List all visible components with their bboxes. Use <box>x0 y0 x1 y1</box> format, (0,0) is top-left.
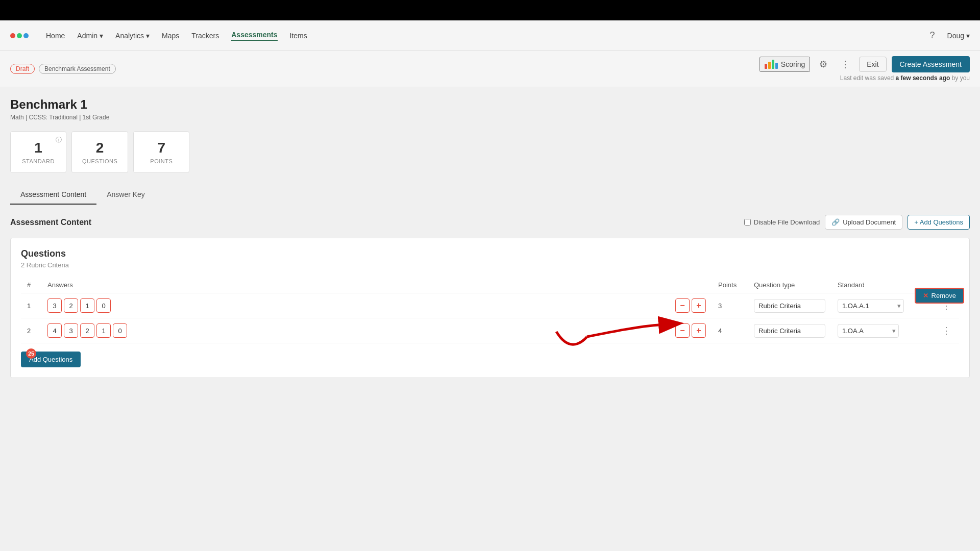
remove-label: Remove <box>932 292 956 299</box>
questions-table: # Answers Points Question type Standard … <box>21 277 959 343</box>
scoring-label: Scoring <box>781 60 805 68</box>
table-row: 2 4 3 2 1 0 − + <box>21 318 959 343</box>
bar-green <box>772 60 774 69</box>
stat-points-label: POINTS <box>144 158 179 164</box>
answer-box-2b[interactable]: 2 <box>80 323 94 338</box>
answer-box-2[interactable]: 2 <box>64 298 78 313</box>
nav-items[interactable]: Items <box>290 32 307 40</box>
stat-questions-label: QUESTIONS <box>82 158 117 164</box>
row1-plus-button[interactable]: + <box>692 298 706 313</box>
add-questions-top-button[interactable]: + Add Questions <box>908 215 970 230</box>
top-bar <box>0 0 980 20</box>
user-name: Doug <box>947 32 964 40</box>
help-button[interactable]: ? <box>926 28 939 43</box>
col-header-answers: Answers <box>41 277 665 293</box>
row2-standard-select[interactable]: 1.OA.A <box>838 324 899 338</box>
nav-analytics[interactable]: Analytics ▾ <box>115 32 150 40</box>
nav-assessments[interactable]: Assessments <box>231 31 277 41</box>
stat-standard-label: STANDARD <box>21 158 56 164</box>
stat-standard: ⓘ 1 STANDARD <box>10 131 66 173</box>
row1-standard-select[interactable]: 1.OA.A.1 <box>838 299 904 313</box>
user-chevron-icon: ▾ <box>966 32 970 40</box>
nav-maps[interactable]: Maps <box>162 32 179 40</box>
more-options-button[interactable]: ⋮ <box>837 57 854 72</box>
stat-standard-number: 1 <box>21 140 56 156</box>
app-logo[interactable] <box>10 33 29 38</box>
tab-answer-key[interactable]: Answer Key <box>96 185 155 205</box>
main-nav: Home Admin ▾ Analytics ▾ Maps Trackers A… <box>0 20 980 51</box>
toolbar-right: Scoring ⚙ ⋮ Exit Create Assessment Last … <box>760 56 970 82</box>
table-row: 1 3 2 1 0 − + <box>21 293 959 318</box>
row2-answers: 4 3 2 1 0 <box>41 318 665 343</box>
row1-standard-wrapper: 1.OA.A.1 ▾ <box>838 299 904 313</box>
col-header-number: # <box>21 277 41 293</box>
row2-minus-button[interactable]: − <box>675 323 690 338</box>
row1-minus-button[interactable]: − <box>675 298 690 313</box>
row2-plus-button[interactable]: + <box>692 323 706 338</box>
row1-question-type: Rubric Criteria <box>748 293 831 318</box>
exit-button[interactable]: Exit <box>859 57 886 72</box>
row1-answer-boxes: 3 2 1 0 <box>47 298 659 313</box>
row2-question-type-select[interactable]: Rubric Criteria <box>754 324 825 338</box>
row2-points: 4 <box>712 318 748 343</box>
create-assessment-button[interactable]: Create Assessment <box>892 56 970 72</box>
remove-x-icon: ✕ <box>923 292 928 299</box>
row2-more-button[interactable]: ⋮ <box>940 324 953 337</box>
col-header-question-type: Question type <box>748 277 831 293</box>
answer-box-0b[interactable]: 0 <box>113 323 127 338</box>
questions-panel: Questions 2 Rubric Criteria # Answers Po… <box>10 238 970 378</box>
info-icon[interactable]: ⓘ <box>56 136 62 144</box>
user-menu[interactable]: Doug ▾ <box>947 32 970 40</box>
row2-question-type: Rubric Criteria <box>748 318 831 343</box>
stat-points: 7 POINTS <box>133 131 189 173</box>
draft-badge[interactable]: Draft <box>10 64 35 74</box>
row2-number: 2 <box>21 318 41 343</box>
col-header-points: Points <box>712 277 748 293</box>
nav-right: ? Doug ▾ <box>926 28 970 43</box>
nav-home[interactable]: Home <box>46 32 65 40</box>
answer-box-0[interactable]: 0 <box>96 298 111 313</box>
content-tabs: Assessment Content Answer Key <box>10 185 970 205</box>
section-title: Assessment Content <box>10 218 91 227</box>
upload-document-button[interactable]: 🔗 Upload Document <box>825 215 902 230</box>
row1-question-type-select[interactable]: Rubric Criteria <box>754 299 825 313</box>
bar-orange <box>768 62 771 69</box>
answer-box-3[interactable]: 3 <box>47 298 62 313</box>
tab-assessment-content[interactable]: Assessment Content <box>10 185 96 205</box>
row1-points: 3 <box>712 293 748 318</box>
notification-badge: 25 <box>26 348 36 359</box>
toolbar-left: Draft Benchmark Assessment <box>10 64 116 74</box>
nav-admin[interactable]: Admin ▾ <box>77 32 103 40</box>
stats-row: ⓘ 1 STANDARD 2 QUESTIONS 7 POINTS <box>10 131 970 173</box>
assessment-header: Benchmark 1 Math | CCSS: Traditional | 1… <box>10 97 970 121</box>
settings-button[interactable]: ⚙ <box>815 57 831 72</box>
stat-points-number: 7 <box>144 140 179 156</box>
row1-number: 1 <box>21 293 41 318</box>
stat-questions: 2 QUESTIONS <box>71 131 128 173</box>
answer-box-4[interactable]: 4 <box>47 323 62 338</box>
remove-button[interactable]: ✕ Remove <box>915 288 964 304</box>
row1-controls: − + <box>665 293 712 318</box>
logo-dot-blue <box>23 33 29 38</box>
row2-controls: − + <box>665 318 712 343</box>
answer-box-1[interactable]: 1 <box>80 298 94 313</box>
disable-file-download-checkbox[interactable] <box>744 219 751 226</box>
answer-box-1b[interactable]: 1 <box>96 323 111 338</box>
disable-file-download-label[interactable]: Disable File Download <box>744 218 820 226</box>
row1-answers: 3 2 1 0 <box>41 293 665 318</box>
remove-annotation: ✕ Remove <box>915 288 964 304</box>
questions-panel-title: Questions <box>21 248 959 259</box>
benchmark-badge[interactable]: Benchmark Assessment <box>39 64 116 74</box>
bar-red <box>765 64 767 69</box>
rubric-criteria-subtitle: 2 Rubric Criteria <box>21 261 959 269</box>
row2-standard-wrapper: 1.OA.A ▾ <box>838 324 899 338</box>
scoring-button[interactable]: Scoring <box>760 57 810 72</box>
answer-box-3b[interactable]: 3 <box>64 323 78 338</box>
section-actions: Disable File Download 🔗 Upload Document … <box>744 215 970 230</box>
logo-dot-green <box>17 33 22 38</box>
section-header: Assessment Content Disable File Download… <box>10 215 970 230</box>
link-icon: 🔗 <box>831 218 840 226</box>
bar-blue <box>775 63 778 69</box>
add-questions-footer: 25 Add Questions <box>21 352 959 367</box>
nav-trackers[interactable]: Trackers <box>191 32 219 40</box>
